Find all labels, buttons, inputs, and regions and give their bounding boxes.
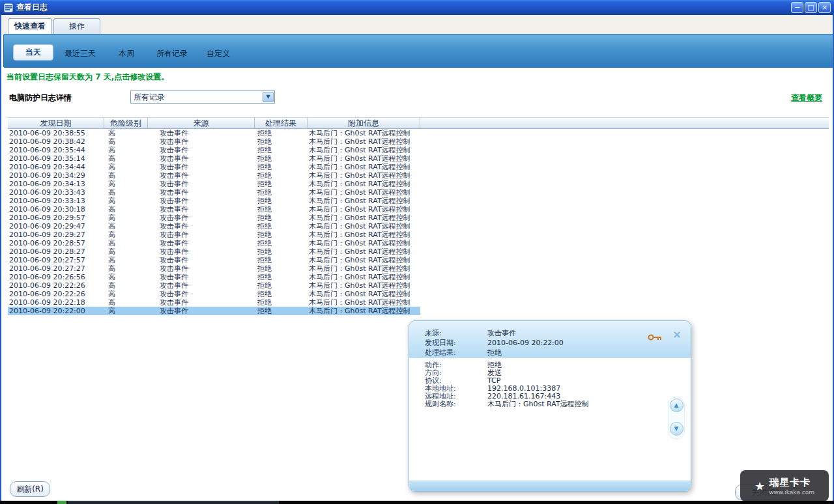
popup-detail-row: 规则名称:木马后门：Gh0st RAT远程控制 <box>425 400 658 408</box>
cell-result: 拒绝 <box>255 298 308 307</box>
cell-result: 拒绝 <box>255 214 308 222</box>
table-row[interactable]: 2010-06-09 20:33:43高攻击事件拒绝木马后门：Gh0st RAT… <box>8 188 420 197</box>
table-row[interactable]: 2010-06-09 20:29:57高攻击事件拒绝木马后门：Gh0st RAT… <box>8 214 420 222</box>
column-header-info[interactable]: 附加信息 <box>308 118 420 128</box>
cell-result: 拒绝 <box>255 146 308 154</box>
cell-level: 高 <box>104 256 148 264</box>
cell-info: 木马后门：Gh0st RAT远程控制 <box>308 307 420 315</box>
retention-notice[interactable]: 当前设置日志保留天数为 7 天,点击修改设置。 <box>7 72 169 83</box>
cell-level: 高 <box>104 188 148 197</box>
table-row[interactable]: 2010-06-09 20:35:14高攻击事件拒绝木马后门：Gh0st RAT… <box>8 154 420 163</box>
table-row[interactable]: 2010-06-09 20:22:18高攻击事件拒绝木马后门：Gh0st RAT… <box>8 298 420 307</box>
cell-info: 木马后门：Gh0st RAT远程控制 <box>308 188 420 197</box>
table-row[interactable]: 2010-06-09 20:30:18高攻击事件拒绝木马后门：Gh0st RAT… <box>8 205 420 214</box>
watermark-url: www.ikaka.com <box>769 489 814 496</box>
cell-level: 高 <box>104 129 148 137</box>
cell-result: 拒绝 <box>255 180 308 188</box>
close-button[interactable]: × <box>818 2 831 13</box>
table-row[interactable]: 2010-06-09 20:29:47高攻击事件拒绝木马后门：Gh0st RAT… <box>8 222 420 231</box>
table-row[interactable]: 2010-06-09 20:38:42高攻击事件拒绝木马后门：Gh0st RAT… <box>8 137 420 146</box>
table-row[interactable]: 2010-06-09 20:22:00高攻击事件拒绝木马后门：Gh0st RAT… <box>8 307 420 315</box>
table-row[interactable]: 2010-06-09 20:27:27高攻击事件拒绝木马后门：Gh0st RAT… <box>8 264 420 273</box>
filter-last3days-button[interactable]: 最近三天 <box>65 48 96 59</box>
filter-thisweek-button[interactable]: 本周 <box>119 48 134 59</box>
cell-result: 拒绝 <box>255 290 308 298</box>
cell-date: 2010-06-09 20:34:44 <box>8 163 104 171</box>
cell-level: 高 <box>104 298 148 307</box>
log-viewer-window: 查看日志 ─ □ × 快速查看 操作 当天 最近三天 本周 所有记录 自定义 当… <box>0 0 834 504</box>
cell-date: 2010-06-09 20:27:57 <box>8 256 104 264</box>
cell-info: 木马后门：Gh0st RAT远程控制 <box>308 264 420 273</box>
table-row[interactable]: 2010-06-09 20:22:26高攻击事件拒绝木马后门：Gh0st RAT… <box>8 290 420 298</box>
popup-scroll-track: ▲ ▼ <box>668 397 685 440</box>
view-summary-link[interactable]: 查看概要 <box>791 92 822 104</box>
cell-info: 木马后门：Gh0st RAT远程控制 <box>308 290 420 298</box>
cell-level: 高 <box>104 146 148 154</box>
refresh-button[interactable]: 刷新(R) <box>10 481 50 497</box>
popup-close-icon[interactable]: × <box>671 329 683 341</box>
cell-source: 攻击事件 <box>148 205 255 214</box>
taskbar-item-dark <box>68 501 279 504</box>
table-row[interactable]: 2010-06-09 20:34:29高攻击事件拒绝木马后门：Gh0st RAT… <box>8 171 420 180</box>
cell-level: 高 <box>104 222 148 231</box>
column-header-result[interactable]: 处理结果 <box>255 118 308 128</box>
cell-date: 2010-06-09 20:34:29 <box>8 171 104 180</box>
popup-field-label: 发现日期: <box>425 338 487 348</box>
key-icon[interactable] <box>648 333 662 343</box>
cell-result: 拒绝 <box>255 231 308 239</box>
popup-header-row: 处理结果:拒绝 <box>425 348 502 357</box>
table-row[interactable]: 2010-06-09 20:28:57高攻击事件拒绝木马后门：Gh0st RAT… <box>8 239 420 247</box>
cell-result: 拒绝 <box>255 163 308 171</box>
record-type-dropdown[interactable]: 所有记录 ▼ <box>130 91 275 104</box>
scroll-down-button[interactable]: ▼ <box>670 422 683 436</box>
table-row[interactable]: 2010-06-09 20:26:56高攻击事件拒绝木马后门：Gh0st RAT… <box>8 273 420 281</box>
cell-result: 拒绝 <box>255 307 308 315</box>
taskbar-edge <box>0 501 834 504</box>
table-row[interactable]: 2010-06-09 20:29:27高攻击事件拒绝木马后门：Gh0st RAT… <box>8 231 420 239</box>
filter-allrecords-button[interactable]: 所有记录 <box>156 48 188 59</box>
cell-info: 木马后门：Gh0st RAT远程控制 <box>308 273 420 281</box>
cell-source: 攻击事件 <box>148 222 255 231</box>
cell-info: 木马后门：Gh0st RAT远程控制 <box>308 137 420 146</box>
popup-footer-bar <box>409 481 691 491</box>
cell-info: 木马后门：Gh0st RAT远程控制 <box>308 239 420 247</box>
cell-result: 拒绝 <box>255 247 308 256</box>
cell-source: 攻击事件 <box>148 129 255 137</box>
filter-today-button[interactable]: 当天 <box>13 44 53 61</box>
cell-date: 2010-06-09 20:29:27 <box>8 231 104 239</box>
cell-source: 攻击事件 <box>148 239 255 247</box>
tab-quick-view[interactable]: 快速查看 <box>8 18 52 34</box>
table-row[interactable]: 2010-06-09 20:34:13高攻击事件拒绝木马后门：Gh0st RAT… <box>8 180 420 188</box>
cell-source: 攻击事件 <box>148 180 255 188</box>
popup-detail-row: 方向:发送 <box>425 369 658 377</box>
cell-level: 高 <box>104 137 148 146</box>
title-bar: 查看日志 ─ □ × <box>0 0 834 15</box>
app-icon <box>3 3 14 13</box>
column-header-level[interactable]: 危险级别 <box>104 118 148 128</box>
watermark-badge: ★ 瑞星卡卡 www.ikaka.com <box>740 470 829 501</box>
minimize-button[interactable]: ─ <box>791 2 803 13</box>
cell-level: 高 <box>104 307 148 315</box>
popup-details: 动作:拒绝 方向:发送 协议:TCP 本地地址:192.168.0.101:33… <box>425 361 658 408</box>
restore-button[interactable]: □ <box>805 2 817 13</box>
filter-custom-button[interactable]: 自定义 <box>207 48 230 59</box>
table-row[interactable]: 2010-06-09 20:38:55高攻击事件拒绝木马后门：Gh0st RAT… <box>8 129 420 137</box>
table-row[interactable]: 2010-06-09 20:35:44高攻击事件拒绝木马后门：Gh0st RAT… <box>8 146 420 154</box>
table-row[interactable]: 2010-06-09 20:22:26高攻击事件拒绝木马后门：Gh0st RAT… <box>8 281 420 290</box>
table-row[interactable]: 2010-06-09 20:27:57高攻击事件拒绝木马后门：Gh0st RAT… <box>8 256 420 264</box>
table-row[interactable]: 2010-06-09 20:33:13高攻击事件拒绝木马后门：Gh0st RAT… <box>8 197 420 205</box>
table-row[interactable]: 2010-06-09 20:34:44高攻击事件拒绝木马后门：Gh0st RAT… <box>8 163 420 171</box>
cell-result: 拒绝 <box>255 281 308 290</box>
cell-level: 高 <box>104 247 148 256</box>
tab-operations[interactable]: 操作 <box>53 18 100 34</box>
column-header-date[interactable]: 发现日期 <box>8 118 104 128</box>
cell-info: 木马后门：Gh0st RAT远程控制 <box>308 129 420 137</box>
column-header-source[interactable]: 来源 <box>148 118 255 128</box>
scroll-up-button[interactable]: ▲ <box>670 399 683 412</box>
cell-info: 木马后门：Gh0st RAT远程控制 <box>308 222 420 231</box>
table-row[interactable]: 2010-06-09 20:28:27高攻击事件拒绝木马后门：Gh0st RAT… <box>8 247 420 256</box>
cell-source: 攻击事件 <box>148 281 255 290</box>
chevron-down-icon[interactable]: ▼ <box>263 92 274 102</box>
cell-info: 木马后门：Gh0st RAT远程控制 <box>308 256 420 264</box>
watermark-title: 瑞星卡卡 <box>769 477 814 489</box>
